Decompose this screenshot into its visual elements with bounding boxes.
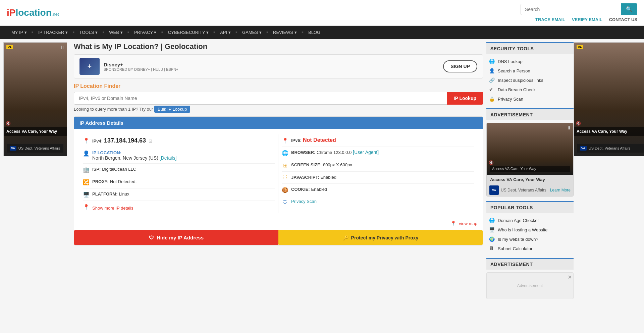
pause-icon[interactable]: ⏸ bbox=[60, 45, 65, 50]
popular-tool-website-down[interactable]: 🌍 Is my website down? bbox=[486, 234, 574, 244]
nav-item-reviews[interactable]: REVIEWS ▾ bbox=[268, 26, 302, 39]
location-value: North Bergen, New Jersey (US) bbox=[92, 155, 158, 161]
ipv4-row: 📍 IPv4: 137.184.194.63 ⊡ bbox=[83, 134, 275, 147]
cookie-icon: 🍪 bbox=[282, 187, 288, 193]
sidebar-ad-title: Access VA Care, Your Way bbox=[487, 175, 573, 184]
browser-row: 🌐 BROWSER: Chrome 123.0.0.0 [User Agent] bbox=[282, 147, 474, 159]
show-more-link[interactable]: Show more IP details bbox=[92, 206, 133, 211]
security-tool-privacy-scan[interactable]: 🔒 Privacy Scan bbox=[486, 94, 574, 104]
nav-item-games[interactable]: GAMES ▾ bbox=[237, 26, 266, 39]
security-tool-search-person[interactable]: 👤 Search a Person bbox=[486, 66, 574, 75]
nav-item-iptracker[interactable]: IP TRACKER ▾ bbox=[34, 26, 72, 39]
learn-more-button[interactable]: Learn More bbox=[550, 188, 571, 192]
dns-icon: 🌐 bbox=[489, 59, 495, 64]
ip-col-right: 📍 IPv6: Not Detected 🌐 BROWSER: Chrome 1… bbox=[278, 134, 477, 213]
privacy-scan-link[interactable]: Privacy Scan bbox=[291, 199, 317, 204]
nav-item-myip[interactable]: MY IP ▾ bbox=[7, 26, 32, 39]
user-agent-link[interactable]: [User Agent] bbox=[353, 150, 379, 155]
js-value: Enabled bbox=[320, 175, 336, 180]
logo-icon: iP bbox=[7, 7, 15, 18]
dns-label: DNS Lookup bbox=[498, 59, 523, 64]
sidebar-ad-mute[interactable]: 🔇 bbox=[489, 160, 494, 165]
ad-close-icon[interactable]: ✕ bbox=[568, 274, 572, 280]
sidebar-ad-pause[interactable]: ⏸ bbox=[567, 125, 571, 130]
privacy-scan-sidebar-label: Privacy Scan bbox=[498, 97, 523, 102]
left-ad-footer: VA US Dept. Veterans Affairs bbox=[7, 144, 63, 153]
logo[interactable]: iP location .net bbox=[7, 7, 59, 18]
hide-ip-label: Hide my IP Address bbox=[157, 235, 204, 240]
sidebar-ad-image: Access VA Care, Your Way ⏸ 🔇 bbox=[487, 123, 573, 175]
search-input[interactable] bbox=[521, 4, 621, 15]
copy-icon[interactable]: ⊡ bbox=[149, 138, 152, 144]
platform-label: PLATFORM: bbox=[92, 191, 118, 197]
ipv6-label: IPv6: bbox=[291, 138, 302, 143]
show-more-icon: 📍 bbox=[83, 204, 90, 210]
header: iP location .net 🔍 TRACE EMAIL VERIFY EM… bbox=[0, 0, 644, 26]
isp-row: 🏢 ISP: DigitalOcean LLC bbox=[83, 164, 275, 176]
nav-item-api[interactable]: API ▾ bbox=[215, 26, 235, 39]
action-row: 🛡 Hide my IP Address 🔑 Protect my Privac… bbox=[74, 230, 483, 245]
view-map-link[interactable]: view map bbox=[459, 221, 477, 226]
right-ad-footer: VA US Dept. Veterans Affairs bbox=[577, 144, 644, 153]
cookie-value: Enabled bbox=[311, 187, 327, 192]
left-ad-badge: VA bbox=[6, 45, 13, 49]
left-ad-overlay: Access VA Care, Your Way bbox=[4, 127, 67, 136]
ip-search-input[interactable] bbox=[74, 92, 447, 105]
left-ad-box: Ad VA Access VA Care, Your Way VA US Dep… bbox=[3, 42, 67, 156]
view-map-row: 📍 view map bbox=[74, 219, 483, 226]
location-details-link[interactable]: [Details] bbox=[160, 155, 177, 161]
show-more-row: 📍 Show more IP details bbox=[83, 201, 275, 213]
map-pin-icon: 📍 bbox=[450, 221, 456, 226]
location-label: IP LOCATION: bbox=[92, 150, 121, 155]
ipv4-value: 137.184.194.63 bbox=[104, 137, 146, 144]
verify-email-link[interactable]: VERIFY EMAIL bbox=[572, 17, 602, 22]
page-title: What is My IP Location? | Geolocation bbox=[74, 42, 483, 51]
nav-item-tools[interactable]: TOOLS ▾ bbox=[74, 26, 102, 39]
logo-text: location bbox=[15, 7, 51, 18]
mute-icon[interactable]: 🔇 bbox=[6, 121, 11, 126]
screen-icon: ⊞ bbox=[282, 162, 288, 169]
popular-tool-domain-age[interactable]: 🌐 Domain Age Checker bbox=[486, 216, 574, 225]
hide-ip-button[interactable]: 🛡 Hide my IP Address bbox=[74, 230, 278, 245]
signup-button[interactable]: SIGN UP bbox=[443, 60, 477, 72]
sidebar-ad2-placeholder: Advertisement bbox=[517, 283, 543, 288]
ipv4-info: IPv4: 137.184.194.63 ⊡ bbox=[92, 137, 152, 144]
nav-item-privacy[interactable]: PRIVACY ▾ bbox=[129, 26, 161, 39]
security-tool-dns[interactable]: 🌐 DNS Lookup bbox=[486, 57, 574, 66]
main-layout: Ad VA Access VA Care, Your Way VA US Dep… bbox=[0, 39, 644, 302]
nav-item-web[interactable]: WEB ▾ bbox=[104, 26, 127, 39]
ip-lookup-button[interactable]: IP Lookup bbox=[447, 92, 483, 105]
nav-item-blog[interactable]: BLOG bbox=[304, 26, 325, 39]
sidebar-ad-sub: VA US Dept. Veterans Affairs Learn More bbox=[487, 184, 573, 196]
search-person-label: Search a Person bbox=[498, 68, 530, 73]
search-button[interactable]: 🔍 bbox=[621, 3, 637, 15]
subnet-label: Subnet Calculator bbox=[498, 246, 532, 251]
disney-logo-icon: + bbox=[88, 62, 92, 71]
key-icon: 🔑 bbox=[343, 235, 348, 240]
popular-tool-hosting[interactable]: 🖥️ Who is Hosting a Website bbox=[486, 225, 574, 234]
advertisement-title: ADVERTISEMENT bbox=[486, 108, 574, 120]
security-tool-data-breach[interactable]: ✔ Data Breach Check bbox=[486, 85, 574, 94]
contact-us-link[interactable]: CONTACT US bbox=[609, 17, 637, 22]
right-ad-va-badge: VA bbox=[580, 146, 587, 151]
website-down-icon: 🌍 bbox=[489, 236, 495, 242]
proxy-button[interactable]: 🔑 Protect my Privacy with Proxy bbox=[278, 230, 483, 245]
popular-tool-subnet[interactable]: 🖩 Subnet Calculator bbox=[486, 244, 574, 253]
sidebar-right: SECURITY TOOLS 🌐 DNS Lookup 👤 Search a P… bbox=[486, 42, 574, 299]
trace-email-link[interactable]: TRACE EMAIL bbox=[535, 17, 565, 22]
right-mute-icon[interactable]: 🔇 bbox=[576, 121, 581, 126]
browser-label: BROWSER: bbox=[291, 150, 315, 155]
browser-info: BROWSER: Chrome 123.0.0.0 [User Agent] bbox=[291, 150, 379, 155]
nav-item-cybersecurity[interactable]: CYBERSECURITY ▾ bbox=[163, 26, 213, 39]
bulk-ip-lookup-link[interactable]: Bulk IP Lookup bbox=[154, 106, 190, 113]
js-info: JAVASCRIPT: Enabled bbox=[291, 174, 336, 180]
screen-row: ⊞ SCREEN SIZE: 800px X 600px bbox=[282, 159, 474, 172]
ipv4-icon: 📍 bbox=[83, 137, 90, 144]
proxy-icon: 🔀 bbox=[83, 179, 90, 185]
bulk-text: Looking to query more than 1 IP? Try our bbox=[74, 107, 153, 112]
security-tool-suspicious-links[interactable]: 🔗 Inspect suspicious links bbox=[486, 75, 574, 85]
isp-info: ISP: DigitalOcean LLC bbox=[92, 166, 136, 172]
sidebar-left: Ad VA Access VA Care, Your Way VA US Dep… bbox=[3, 42, 70, 299]
content-area: What is My IP Location? | Geolocation + … bbox=[70, 42, 486, 299]
ad-banner-left: + Disney+ SPONSORED BY DISNEY+ | HULU | … bbox=[79, 58, 178, 75]
